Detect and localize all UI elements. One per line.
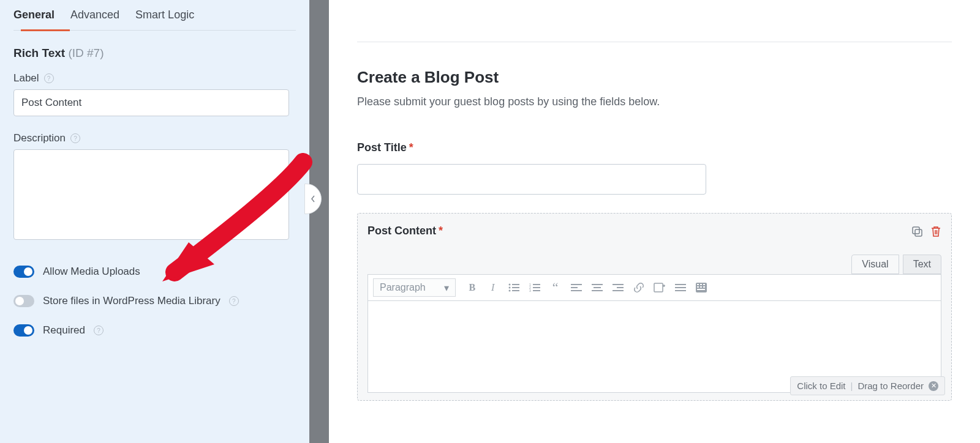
svg-rect-34 <box>697 289 705 290</box>
form-title: Create a Blog Post <box>357 68 952 87</box>
tab-general[interactable]: General <box>13 9 55 30</box>
insert-media-icon[interactable] <box>650 278 669 297</box>
svg-rect-28 <box>697 284 699 285</box>
post-title-label: Post Title* <box>357 141 952 154</box>
numbered-list-icon[interactable]: 123 <box>526 278 544 297</box>
post-content-field-block[interactable]: Post Content* Visual Text Paragraph ▾ B … <box>357 213 952 401</box>
required-asterisk: * <box>409 141 413 154</box>
required-asterisk: * <box>439 225 443 237</box>
form-description: Please submit your guest blog posts by u… <box>357 95 952 108</box>
field-actions <box>911 225 941 237</box>
svg-rect-7 <box>512 290 519 291</box>
svg-rect-0 <box>913 227 919 234</box>
hint-divider: | <box>851 381 853 391</box>
close-hint-icon[interactable]: ✕ <box>929 381 938 391</box>
svg-rect-15 <box>571 287 578 288</box>
link-icon[interactable] <box>630 278 648 297</box>
svg-point-2 <box>508 284 510 286</box>
svg-rect-9 <box>533 284 540 285</box>
svg-rect-25 <box>675 287 686 288</box>
svg-rect-20 <box>612 284 624 285</box>
label-label: Label <box>13 72 39 84</box>
svg-rect-23 <box>654 283 663 292</box>
settings-sidebar: General Advanced Smart Logic Rich Text (… <box>0 0 309 443</box>
svg-text:3: 3 <box>529 289 531 292</box>
svg-rect-14 <box>571 284 582 285</box>
duplicate-icon[interactable] <box>911 225 923 237</box>
svg-rect-29 <box>700 284 702 285</box>
help-icon[interactable]: ? <box>70 133 80 143</box>
hint-edit: Click to Edit <box>797 381 845 391</box>
align-left-icon[interactable] <box>567 278 586 297</box>
label-input[interactable] <box>13 89 289 116</box>
trash-icon[interactable] <box>930 225 941 237</box>
post-title-input[interactable] <box>357 164 706 195</box>
toggle-allow-media[interactable] <box>13 266 34 278</box>
paragraph-dropdown-label: Paragraph <box>380 282 426 293</box>
toggle-allow-media-row: Allow Media Uploads <box>13 266 296 278</box>
chevron-left-icon <box>311 195 315 203</box>
svg-rect-13 <box>533 290 540 291</box>
toggle-store-media-row: Store files in WordPress Media Library ? <box>13 295 296 307</box>
toggle-required[interactable] <box>13 324 34 337</box>
panel-splitter <box>309 0 329 443</box>
svg-rect-31 <box>697 286 699 288</box>
toggle-store-media[interactable] <box>13 295 34 307</box>
read-more-icon[interactable] <box>671 278 690 297</box>
label-row: Label ? <box>13 72 296 84</box>
svg-rect-33 <box>703 286 705 288</box>
post-title-label-text: Post Title <box>357 141 407 154</box>
svg-rect-16 <box>571 290 582 291</box>
align-right-icon[interactable] <box>609 278 627 297</box>
svg-rect-26 <box>675 290 686 291</box>
form-preview: Create a Blog Post Please submit your gu… <box>329 0 980 443</box>
toggle-allow-media-label: Allow Media Uploads <box>43 266 140 278</box>
toggle-required-label: Required <box>43 324 85 337</box>
editor-tabs: Visual Text <box>368 255 941 274</box>
field-type-name: Rich Text <box>13 47 65 59</box>
help-icon[interactable]: ? <box>44 73 54 83</box>
tab-advanced[interactable]: Advanced <box>70 9 119 30</box>
hint-reorder: Drag to Reorder <box>858 381 924 391</box>
blockquote-icon[interactable]: “ <box>546 278 565 297</box>
caret-down-icon: ▾ <box>444 282 449 294</box>
toggle-required-row: Required ? <box>13 324 296 337</box>
toolbar-toggle-icon[interactable] <box>692 278 710 297</box>
tab-smart-logic[interactable]: Smart Logic <box>135 9 194 30</box>
post-content-label: Post Content* <box>368 225 443 237</box>
description-input[interactable] <box>13 149 289 240</box>
svg-rect-5 <box>512 287 519 288</box>
description-row: Description ? <box>13 132 296 144</box>
svg-rect-30 <box>703 284 705 285</box>
editor-toolbar: Paragraph ▾ B I 123 “ <box>368 274 941 301</box>
svg-rect-21 <box>617 287 624 288</box>
svg-rect-19 <box>592 290 603 291</box>
italic-icon[interactable]: I <box>484 278 502 297</box>
editor-tab-text[interactable]: Text <box>903 255 941 274</box>
description-label: Description <box>13 132 66 144</box>
field-reorder-hint: Click to Edit | Drag to Reorder ✕ <box>790 376 945 395</box>
toggle-store-media-label: Store files in WordPress Media Library <box>43 295 221 307</box>
svg-rect-24 <box>675 284 686 285</box>
svg-rect-3 <box>512 284 519 285</box>
svg-rect-17 <box>592 284 603 285</box>
bullet-list-icon[interactable] <box>505 278 523 297</box>
editor-tab-visual[interactable]: Visual <box>851 255 899 274</box>
bold-icon[interactable]: B <box>463 278 481 297</box>
divider <box>357 42 952 42</box>
post-content-label-text: Post Content <box>368 225 436 237</box>
svg-point-6 <box>508 290 510 292</box>
field-id: (ID #7) <box>68 47 104 59</box>
help-icon[interactable]: ? <box>94 326 104 335</box>
svg-point-4 <box>508 287 510 289</box>
svg-rect-32 <box>700 286 702 288</box>
help-icon[interactable]: ? <box>229 296 239 306</box>
align-center-icon[interactable] <box>588 278 606 297</box>
svg-rect-11 <box>533 287 540 288</box>
svg-rect-18 <box>594 287 601 288</box>
svg-rect-22 <box>612 290 624 291</box>
paragraph-dropdown[interactable]: Paragraph ▾ <box>373 278 456 297</box>
sidebar-tabs: General Advanced Smart Logic <box>13 0 296 31</box>
field-type-heading: Rich Text (ID #7) <box>13 47 296 60</box>
svg-rect-1 <box>915 229 922 236</box>
